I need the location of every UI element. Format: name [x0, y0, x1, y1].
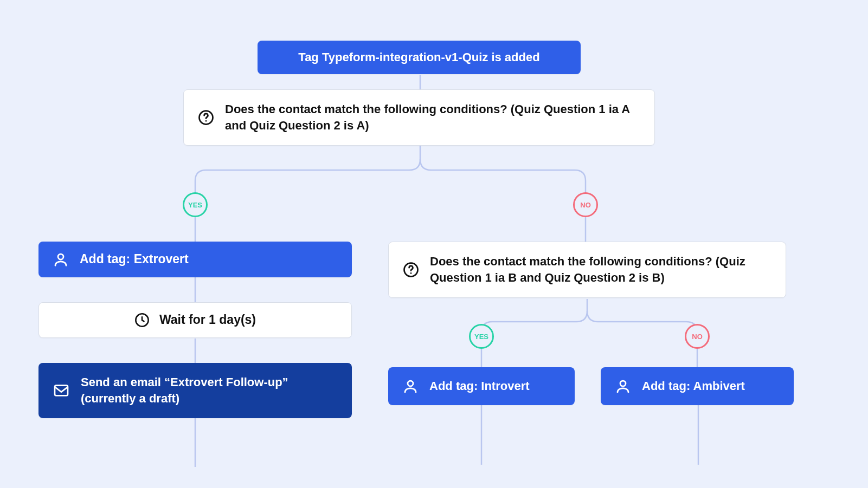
add-tag-ambivert-label: Add tag: Ambivert: [642, 378, 780, 394]
svg-point-1: [205, 120, 207, 122]
connector: [192, 418, 198, 467]
send-email-label: Send an email “Extrovert Follow-up” (cur…: [81, 374, 338, 406]
question-icon: [403, 262, 419, 278]
no-label: NO: [580, 201, 591, 209]
person-icon: [402, 378, 419, 394]
question-icon: [198, 109, 214, 126]
svg-rect-4: [55, 386, 68, 396]
svg-point-8: [620, 381, 626, 386]
condition-node-2[interactable]: Does the contact match the following con…: [388, 242, 786, 298]
condition-1-label: Does the contact match the following con…: [225, 101, 640, 133]
svg-point-7: [408, 381, 413, 386]
yes-label: YES: [188, 201, 202, 209]
action-send-email[interactable]: Send an email “Extrovert Follow-up” (cur…: [38, 363, 352, 418]
add-tag-extrovert-label: Add tag: Extrovert: [80, 251, 338, 268]
connector: [192, 339, 198, 365]
trigger-node[interactable]: Tag Typeform-integration-v1-Quiz is adde…: [258, 41, 581, 74]
connector: [696, 405, 701, 465]
yes-label-2: YES: [474, 333, 488, 341]
yes-pill-2: YES: [469, 324, 494, 349]
wait-label: Wait for 1 day(s): [159, 311, 256, 328]
condition-node-1[interactable]: Does the contact match the following con…: [183, 89, 655, 146]
connector: [192, 277, 198, 303]
action-add-tag-extrovert[interactable]: Add tag: Extrovert: [38, 242, 352, 277]
connector: [417, 75, 423, 91]
no-pill: NO: [573, 192, 598, 217]
svg-point-6: [410, 272, 412, 274]
person-icon: [615, 378, 631, 394]
connector: [479, 405, 484, 465]
yes-pill: YES: [183, 192, 208, 217]
action-add-tag-introvert[interactable]: Add tag: Introvert: [388, 367, 575, 405]
condition-2-label: Does the contact match the following con…: [430, 253, 771, 285]
no-pill-2: NO: [685, 324, 710, 349]
svg-point-2: [58, 254, 63, 259]
action-add-tag-ambivert[interactable]: Add tag: Ambivert: [601, 367, 794, 405]
envelope-icon: [53, 382, 70, 399]
no-label-2: NO: [692, 333, 703, 341]
trigger-label: Tag Typeform-integration-v1-Quiz is adde…: [298, 49, 539, 66]
action-wait[interactable]: Wait for 1 day(s): [38, 302, 352, 338]
person-icon: [53, 251, 69, 268]
add-tag-introvert-label: Add tag: Introvert: [429, 378, 561, 394]
clock-icon: [134, 313, 150, 328]
